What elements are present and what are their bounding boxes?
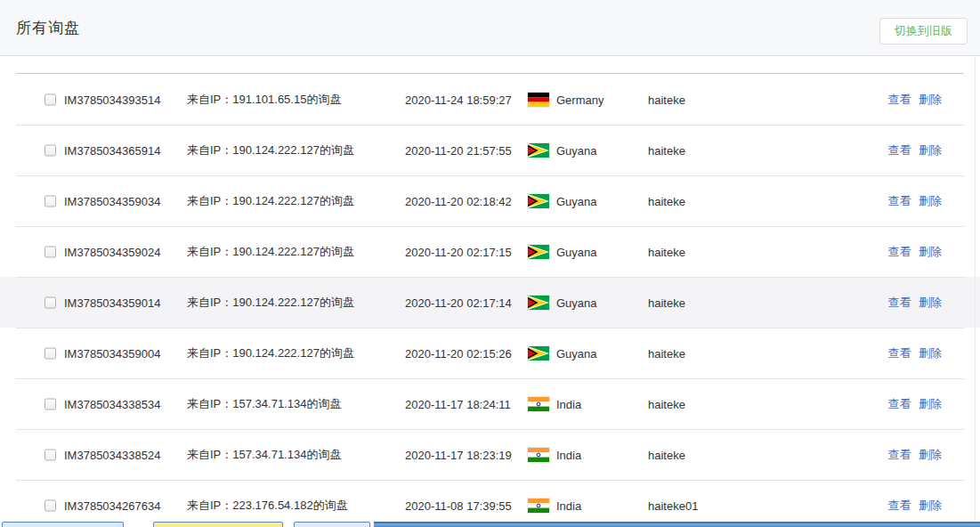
country-flag-icon <box>528 397 549 411</box>
inquiry-ip-link[interactable]: 来自IP：190.124.222.127的询盘 <box>187 295 354 311</box>
row-checkbox[interactable] <box>45 347 56 359</box>
inquiry-id: IM3785034359024 <box>64 245 160 258</box>
inquiry-id: IM3785034359004 <box>64 346 160 360</box>
taskbar-button-partial <box>2 522 124 527</box>
view-link[interactable]: 查看 <box>887 93 911 106</box>
username: haiteke <box>648 245 685 258</box>
view-link[interactable]: 查看 <box>887 397 911 410</box>
inquiry-row-list: IM3785034393514 来自IP：191.101.65.15的询盘 20… <box>0 74 980 527</box>
inquiry-id: IM3785034359034 <box>64 194 160 207</box>
delete-link[interactable]: 删除 <box>919 499 942 512</box>
country-flag-icon <box>528 448 549 462</box>
table-row: IM3785034359004 来自IP：190.124.222.127的询盘 … <box>0 328 980 378</box>
country-name: India <box>556 397 581 410</box>
inquiry-timestamp: 2020-11-17 18:23:19 <box>405 448 512 461</box>
switch-to-old-version-button[interactable]: 切换到旧版 <box>879 18 968 45</box>
inquiry-timestamp: 2020-11-20 02:15:26 <box>405 346 512 360</box>
country-flag-icon <box>528 296 549 310</box>
username: haiteke <box>648 143 685 157</box>
delete-link[interactable]: 删除 <box>919 296 942 309</box>
username: haiteke <box>648 346 685 360</box>
delete-link[interactable]: 删除 <box>919 346 942 360</box>
inquiry-table: IM3785034393514 来自IP：191.101.65.15的询盘 20… <box>0 73 980 527</box>
country-flag-icon <box>528 93 549 107</box>
delete-link[interactable]: 删除 <box>919 448 942 461</box>
taskbar-button-partial <box>153 522 283 527</box>
page-header: 所有询盘 切换到旧版 <box>0 0 980 56</box>
inquiry-page: 所有询盘 切换到旧版 IM3785034393514 来自IP：191.101.… <box>0 0 980 527</box>
country-name: Guyana <box>556 296 597 309</box>
taskbar-bar-partial <box>374 522 980 527</box>
inquiry-timestamp: 2020-11-17 18:24:11 <box>405 397 511 410</box>
inquiry-ip-link[interactable]: 来自IP：191.101.65.15的询盘 <box>187 92 341 108</box>
username: haiteke <box>648 93 685 106</box>
inquiry-ip-link[interactable]: 来自IP：190.124.222.127的询盘 <box>187 244 354 260</box>
inquiry-timestamp: 2020-11-20 02:17:15 <box>405 245 512 258</box>
row-checkbox[interactable] <box>45 449 56 460</box>
view-link[interactable]: 查看 <box>887 346 911 360</box>
page-title: 所有询盘 <box>16 18 80 38</box>
inquiry-timestamp: 2020-11-20 02:18:42 <box>405 194 512 207</box>
row-actions: 查看 删除 <box>887 142 942 158</box>
inquiry-ip-link[interactable]: 来自IP：157.34.71.134的询盘 <box>187 396 341 412</box>
country-name: Germany <box>556 93 603 106</box>
username: haiteke <box>648 194 685 207</box>
inquiry-id: IM3785034338534 <box>64 397 160 410</box>
country-flag-icon <box>528 346 549 361</box>
right-edge-line <box>975 57 976 527</box>
inquiry-ip-link[interactable]: 来自IP：223.176.54.182的询盘 <box>187 498 348 514</box>
view-link[interactable]: 查看 <box>887 194 911 207</box>
country-name: Guyana <box>556 245 597 258</box>
table-row: IM3785034359024 来自IP：190.124.222.127的询盘 … <box>0 226 980 277</box>
table-row: IM3785034359014 来自IP：190.124.222.127的询盘 … <box>0 277 980 328</box>
inquiry-ip-link[interactable]: 来自IP：190.124.222.127的询盘 <box>187 345 354 361</box>
row-actions: 查看 删除 <box>887 498 942 514</box>
country-flag-icon <box>528 499 549 513</box>
row-actions: 查看 删除 <box>887 447 942 463</box>
inquiry-id: IM3785034338524 <box>64 448 160 461</box>
inquiry-timestamp: 2020-11-24 18:59:27 <box>405 93 512 106</box>
view-link[interactable]: 查看 <box>887 296 911 309</box>
inquiry-id: IM3785034365914 <box>64 143 160 157</box>
country-name: Guyana <box>556 194 597 207</box>
view-link[interactable]: 查看 <box>887 143 911 157</box>
username: haiteke01 <box>648 499 698 512</box>
row-checkbox[interactable] <box>45 398 56 409</box>
view-link[interactable]: 查看 <box>887 245 911 258</box>
country-name: Guyana <box>556 143 597 157</box>
country-name: India <box>556 499 581 512</box>
row-actions: 查看 删除 <box>887 345 942 361</box>
row-checkbox[interactable] <box>45 499 56 511</box>
row-actions: 查看 删除 <box>887 92 942 108</box>
table-row: IM3785034338524 来自IP：157.34.71.134的询盘 20… <box>0 429 980 480</box>
row-actions: 查看 删除 <box>887 396 942 412</box>
country-flag-icon <box>528 194 549 208</box>
inquiry-ip-link[interactable]: 来自IP：157.34.71.134的询盘 <box>187 447 341 463</box>
row-checkbox[interactable] <box>45 144 56 156</box>
inquiry-timestamp: 2020-11-20 02:17:14 <box>405 296 512 309</box>
row-checkbox[interactable] <box>45 296 56 308</box>
country-name: India <box>556 448 581 461</box>
inquiry-ip-link[interactable]: 来自IP：190.124.222.127的询盘 <box>187 193 354 209</box>
country-name: Guyana <box>556 346 597 360</box>
row-checkbox[interactable] <box>45 246 56 257</box>
row-actions: 查看 删除 <box>887 295 942 311</box>
table-row: IM3785034393514 来自IP：191.101.65.15的询盘 20… <box>0 74 980 125</box>
delete-link[interactable]: 删除 <box>919 93 942 106</box>
inquiry-timestamp: 2020-11-08 17:39:55 <box>405 499 512 512</box>
inquiry-timestamp: 2020-11-20 21:57:55 <box>405 143 512 157</box>
inquiry-ip-link[interactable]: 来自IP：190.124.222.127的询盘 <box>187 142 354 158</box>
view-link[interactable]: 查看 <box>887 499 911 512</box>
row-checkbox[interactable] <box>45 195 56 207</box>
delete-link[interactable]: 删除 <box>919 397 942 410</box>
table-row: IM3785034359034 来自IP：190.124.222.127的询盘 … <box>0 175 980 226</box>
username: haiteke <box>648 296 685 309</box>
row-checkbox[interactable] <box>45 93 56 105</box>
inquiry-id: IM3785034393514 <box>64 93 160 106</box>
view-link[interactable]: 查看 <box>887 448 911 461</box>
delete-link[interactable]: 删除 <box>919 143 942 157</box>
delete-link[interactable]: 删除 <box>919 245 942 258</box>
inquiry-id: IM3785034267634 <box>64 499 160 512</box>
delete-link[interactable]: 删除 <box>919 194 942 207</box>
taskbar-button-partial <box>294 522 370 527</box>
